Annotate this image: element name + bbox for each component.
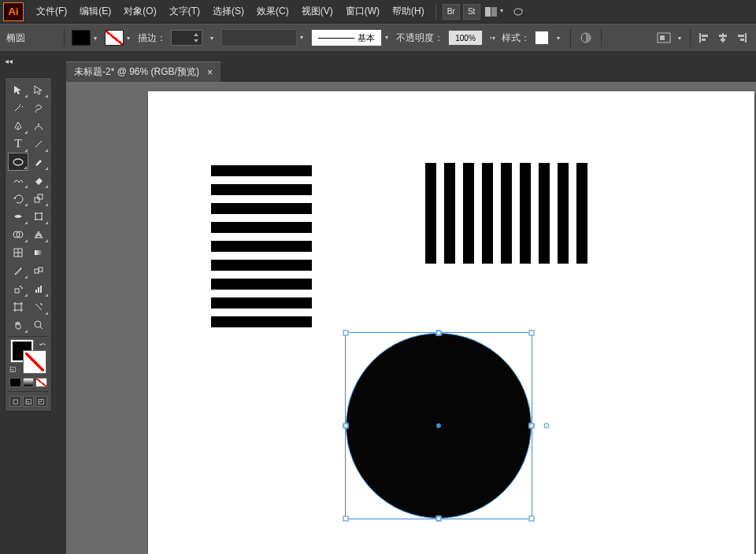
pie-widget-icon[interactable] (543, 423, 549, 429)
menu-object[interactable]: 对象(O) (117, 2, 162, 21)
align-left-icon[interactable] (696, 31, 712, 45)
bridge-button[interactable]: Br (443, 4, 460, 20)
fill-dropdown[interactable] (91, 30, 100, 46)
menu-view[interactable]: 视图(V) (295, 2, 339, 21)
brush-group[interactable] (221, 29, 306, 46)
opacity-dropdown[interactable]: › (487, 30, 497, 46)
svg-point-14 (38, 124, 39, 125)
svg-rect-9 (719, 35, 727, 37)
resize-handle-nw[interactable] (343, 331, 349, 336)
curvature-tool[interactable] (28, 116, 49, 135)
draw-normal-icon[interactable]: ◻ (9, 396, 21, 407)
brush-dropdown[interactable] (297, 29, 306, 45)
perspective-grid-tool[interactable] (28, 225, 49, 243)
draw-inside-icon[interactable]: ◰ (35, 396, 47, 407)
fill-swatch-group[interactable] (72, 30, 100, 46)
vertical-bars-shape[interactable] (425, 163, 587, 264)
free-transform-tool[interactable] (28, 207, 49, 225)
shaper-tool[interactable] (8, 171, 28, 189)
center-point-icon[interactable] (436, 423, 441, 428)
pen-tool[interactable] (8, 116, 28, 135)
svg-rect-32 (15, 289, 19, 293)
stock-button[interactable]: St (463, 4, 480, 20)
draw-behind-icon[interactable]: ◱ (23, 396, 35, 407)
separator (690, 28, 691, 47)
artboard[interactable] (148, 91, 754, 554)
menu-edit[interactable]: 编辑(E) (73, 2, 117, 21)
resize-handle-sw[interactable] (343, 516, 349, 522)
swap-colors-icon[interactable]: ⤺ (39, 340, 46, 349)
direct-selection-tool[interactable] (28, 80, 49, 98)
none-color-mode[interactable] (35, 378, 47, 387)
blend-tool[interactable] (28, 261, 49, 279)
profile-dropdown[interactable] (382, 29, 391, 45)
stroke-weight-dropdown[interactable] (207, 30, 217, 46)
width-tool[interactable] (8, 207, 28, 225)
type-tool[interactable]: T (8, 135, 28, 153)
canvas-area[interactable] (66, 82, 756, 554)
menu-file[interactable]: 文件(F) (30, 2, 73, 21)
gradient-color-mode[interactable] (23, 378, 35, 387)
menu-type[interactable]: 文字(T) (163, 2, 206, 21)
symbol-sprayer-tool[interactable] (8, 279, 28, 297)
selection-tool[interactable] (8, 80, 28, 98)
mesh-tool[interactable] (8, 243, 28, 261)
artboard-tool[interactable] (8, 297, 28, 316)
line-tool[interactable] (28, 135, 49, 153)
profile-group[interactable]: 基本 (311, 29, 391, 46)
align-right-icon[interactable] (734, 31, 750, 45)
fill-swatch[interactable] (72, 30, 91, 46)
stroke-weight-input[interactable] (171, 30, 202, 46)
stroke-profile[interactable]: 基本 (311, 29, 382, 46)
rotate-tool[interactable] (8, 189, 28, 207)
align-artboard-icon[interactable] (656, 31, 672, 45)
stroke-swatch-group[interactable] (105, 30, 133, 46)
workspace-switcher[interactable] (484, 5, 508, 19)
eraser-tool[interactable] (28, 171, 49, 189)
stroke-weight-label: 描边： (138, 31, 166, 45)
opacity-label: 不透明度： (396, 31, 443, 45)
resize-handle-ne[interactable] (529, 331, 535, 336)
ellipse-tool[interactable] (8, 153, 28, 171)
svg-rect-36 (38, 287, 39, 293)
gradient-tool[interactable] (28, 243, 49, 261)
recolor-icon[interactable] (578, 31, 594, 45)
solid-color-mode[interactable] (9, 378, 21, 387)
graph-tool[interactable] (28, 279, 49, 297)
document-tab-title: 未标题-2* @ 96% (RGB/预览) (74, 65, 199, 79)
menu-window[interactable]: 窗口(W) (339, 2, 386, 21)
eyedropper-tool[interactable] (8, 261, 28, 279)
menu-help[interactable]: 帮助(H) (386, 2, 431, 21)
document-tab[interactable]: 未标题-2* @ 96% (RGB/预览) × (66, 61, 220, 82)
graphic-style-swatch[interactable] (535, 31, 549, 45)
default-colors-icon[interactable]: ◱ (9, 365, 17, 373)
magic-wand-tool[interactable] (8, 98, 28, 116)
scale-tool[interactable] (28, 189, 49, 207)
svg-point-23 (41, 219, 43, 220)
menu-effect[interactable]: 效果(C) (250, 2, 295, 21)
stroke-swatch[interactable] (105, 30, 124, 46)
horizontal-bars-shape[interactable] (211, 165, 312, 335)
align-center-icon[interactable] (715, 31, 731, 45)
opacity-input[interactable]: 100% (448, 30, 483, 46)
svg-line-15 (35, 141, 42, 147)
shape-builder-tool[interactable] (8, 225, 28, 243)
sync-icon[interactable] (510, 5, 526, 19)
resize-handle-se[interactable] (529, 516, 535, 522)
color-pickers[interactable]: ⤺ ◱ (9, 340, 47, 373)
brush-preview[interactable] (221, 29, 297, 46)
zoom-tool[interactable] (28, 316, 49, 334)
lasso-tool[interactable] (28, 98, 49, 116)
svg-rect-5 (699, 33, 701, 42)
paintbrush-tool[interactable] (28, 153, 49, 171)
dock-collapse-icon[interactable]: ◂◂ (0, 54, 17, 68)
slice-tool[interactable] (28, 297, 49, 316)
menu-select[interactable]: 选择(S) (206, 2, 250, 21)
stroke-color-picker[interactable] (24, 351, 46, 373)
selection-bounding-box[interactable] (345, 332, 532, 519)
hand-tool[interactable] (8, 316, 28, 334)
align-dropdown[interactable] (675, 30, 684, 46)
stroke-dropdown[interactable] (124, 30, 133, 46)
close-tab-icon[interactable]: × (207, 67, 213, 78)
style-dropdown[interactable] (554, 30, 563, 46)
